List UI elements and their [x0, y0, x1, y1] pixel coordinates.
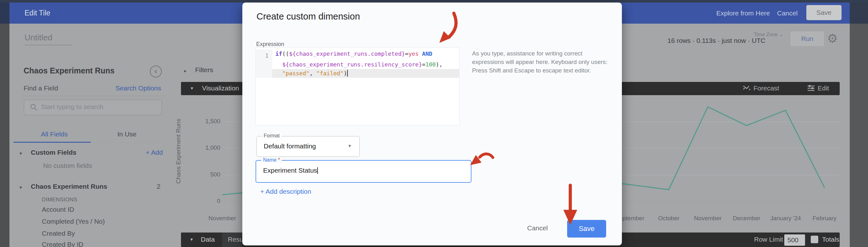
- expression-code-line: "passed", "failed"): [256, 69, 459, 78]
- create-custom-dimension-modal: Create custom dimension Expression 1if((…: [242, 2, 622, 245]
- name-label: Name *: [261, 157, 282, 163]
- modal-title: Create custom dimension: [256, 11, 360, 22]
- cancel-button-modal[interactable]: Cancel: [527, 224, 548, 232]
- expression-code-line: ${chaos_experiment_runs.resiliency_score…: [256, 60, 459, 69]
- expression-label: Expression: [256, 41, 284, 48]
- format-select[interactable]: Format Default formatting ▼: [256, 136, 360, 157]
- series-line-left-segment: [222, 193, 242, 195]
- expression-code-line: 1if((${chaos_experiment_runs.completed}=…: [256, 48, 459, 60]
- text-cursor: [317, 167, 318, 174]
- expression-help-text: As you type, assistance for writing corr…: [472, 49, 611, 75]
- name-field[interactable]: Name * Experiment Status: [255, 160, 471, 183]
- save-button-modal[interactable]: Save: [567, 220, 606, 238]
- format-value: Default formatting: [264, 142, 316, 150]
- required-asterisk: *: [278, 157, 280, 163]
- name-value: Experiment Status: [263, 167, 318, 174]
- add-description-link[interactable]: + Add description: [260, 188, 311, 195]
- expression-editor[interactable]: 1if((${chaos_experiment_runs.completed}=…: [255, 47, 460, 126]
- chevron-down-icon: ▼: [347, 143, 352, 148]
- format-label: Format: [262, 133, 282, 139]
- edit-tile-window: Edit Tile Explore from Here Cancel Save …: [0, 0, 868, 247]
